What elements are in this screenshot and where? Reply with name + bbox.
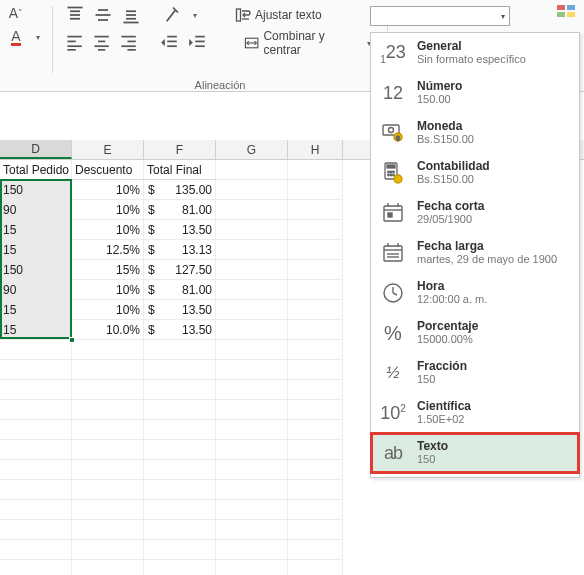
cell-descuento[interactable]: 15% [72, 260, 144, 280]
cell[interactable] [0, 400, 72, 420]
cell[interactable] [216, 480, 288, 500]
cell[interactable] [288, 440, 343, 460]
format-option-text[interactable]: abTexto150 [371, 433, 579, 473]
align-top-icon[interactable] [65, 6, 85, 24]
cell[interactable] [0, 460, 72, 480]
merge-center-button[interactable]: Combinar y centrar ▾ [240, 32, 375, 54]
cell[interactable] [288, 480, 343, 500]
cell[interactable] [216, 240, 288, 260]
cell[interactable] [144, 520, 216, 540]
cell[interactable] [288, 260, 343, 280]
cell[interactable] [216, 360, 288, 380]
cell-final[interactable]: $13.13 [144, 240, 216, 260]
cell[interactable] [216, 160, 288, 180]
cell[interactable] [288, 200, 343, 220]
cell-final[interactable]: $127.50 [144, 260, 216, 280]
cell[interactable] [0, 500, 72, 520]
cell[interactable] [72, 380, 144, 400]
cell[interactable] [72, 460, 144, 480]
cell[interactable] [288, 340, 343, 360]
cell[interactable] [288, 180, 343, 200]
cell[interactable] [144, 380, 216, 400]
chevron-down-icon[interactable]: ▾ [36, 33, 40, 42]
cell[interactable] [72, 340, 144, 360]
cell[interactable] [216, 520, 288, 540]
cell[interactable] [288, 560, 343, 575]
cell-final[interactable]: $81.00 [144, 280, 216, 300]
cell[interactable] [216, 440, 288, 460]
header-total-pedido[interactable]: Total Pedido [0, 160, 72, 180]
cell[interactable] [288, 320, 343, 340]
format-option-shortdate[interactable]: Fecha corta29/05/1900 [371, 193, 579, 233]
column-header-E[interactable]: E [72, 140, 144, 159]
format-option-scientific[interactable]: 102Científica1.50E+02 [371, 393, 579, 433]
cell[interactable] [144, 360, 216, 380]
cell-pedido[interactable]: 150 [0, 180, 72, 200]
cell-pedido[interactable]: 15 [0, 300, 72, 320]
cell-final[interactable]: $135.00 [144, 180, 216, 200]
column-header-H[interactable]: H [288, 140, 343, 159]
cell[interactable] [144, 500, 216, 520]
cell[interactable] [288, 280, 343, 300]
header-total-final[interactable]: Total Final [144, 160, 216, 180]
cell[interactable] [72, 440, 144, 460]
cell[interactable] [0, 560, 72, 575]
align-right-icon[interactable] [119, 34, 138, 52]
column-header-F[interactable]: F [144, 140, 216, 159]
cell-pedido[interactable]: 90 [0, 200, 72, 220]
cell[interactable] [216, 340, 288, 360]
cell-final[interactable]: $13.50 [144, 220, 216, 240]
cell[interactable] [0, 520, 72, 540]
cell[interactable] [288, 240, 343, 260]
cell[interactable] [144, 400, 216, 420]
cell[interactable] [144, 440, 216, 460]
cell-descuento[interactable]: 10% [72, 300, 144, 320]
format-option-general[interactable]: 123GeneralSin formato específico [371, 33, 579, 73]
cell[interactable] [216, 300, 288, 320]
cell[interactable] [288, 520, 343, 540]
cell[interactable] [72, 480, 144, 500]
cell-descuento[interactable]: 10.0% [72, 320, 144, 340]
cell[interactable] [0, 480, 72, 500]
cell-pedido[interactable]: 15 [0, 320, 72, 340]
decrease-indent-icon[interactable] [160, 34, 179, 52]
header-descuento[interactable]: Descuento [72, 160, 144, 180]
cell[interactable] [0, 420, 72, 440]
cell-final[interactable]: $13.50 [144, 320, 216, 340]
cell[interactable] [216, 500, 288, 520]
cell[interactable] [288, 220, 343, 240]
cell-pedido[interactable]: 15 [0, 240, 72, 260]
format-option-number[interactable]: 12Número150.00 [371, 73, 579, 113]
cell[interactable] [72, 560, 144, 575]
align-bottom-icon[interactable] [121, 6, 141, 24]
cell-final[interactable]: $13.50 [144, 300, 216, 320]
selection-handle[interactable] [69, 337, 75, 343]
cell[interactable] [216, 400, 288, 420]
cell[interactable] [0, 440, 72, 460]
cell[interactable] [288, 160, 343, 180]
cell-pedido[interactable]: 90 [0, 280, 72, 300]
cell[interactable] [72, 360, 144, 380]
cell-final[interactable]: $81.00 [144, 200, 216, 220]
cell-descuento[interactable]: 10% [72, 200, 144, 220]
wrap-text-button[interactable]: Ajustar texto [231, 4, 326, 26]
cell[interactable] [288, 380, 343, 400]
cell[interactable] [144, 460, 216, 480]
cell-pedido[interactable]: 15 [0, 220, 72, 240]
cell[interactable] [288, 420, 343, 440]
format-option-percent[interactable]: %Porcentaje15000.00% [371, 313, 579, 353]
decrease-font-icon[interactable]: A˅ [6, 4, 26, 22]
column-header-G[interactable]: G [216, 140, 288, 159]
increase-indent-icon[interactable] [188, 34, 207, 52]
cell[interactable] [0, 340, 72, 360]
cell-descuento[interactable]: 10% [72, 220, 144, 240]
cell[interactable] [216, 220, 288, 240]
cell[interactable] [72, 540, 144, 560]
format-option-currency[interactable]: $MonedaBs.S150.00 [371, 113, 579, 153]
cell[interactable] [288, 500, 343, 520]
format-option-longdate[interactable]: Fecha largamartes, 29 de mayo de 1900 [371, 233, 579, 273]
cell[interactable] [216, 420, 288, 440]
cell[interactable] [216, 320, 288, 340]
cell[interactable] [72, 500, 144, 520]
cell[interactable] [216, 460, 288, 480]
